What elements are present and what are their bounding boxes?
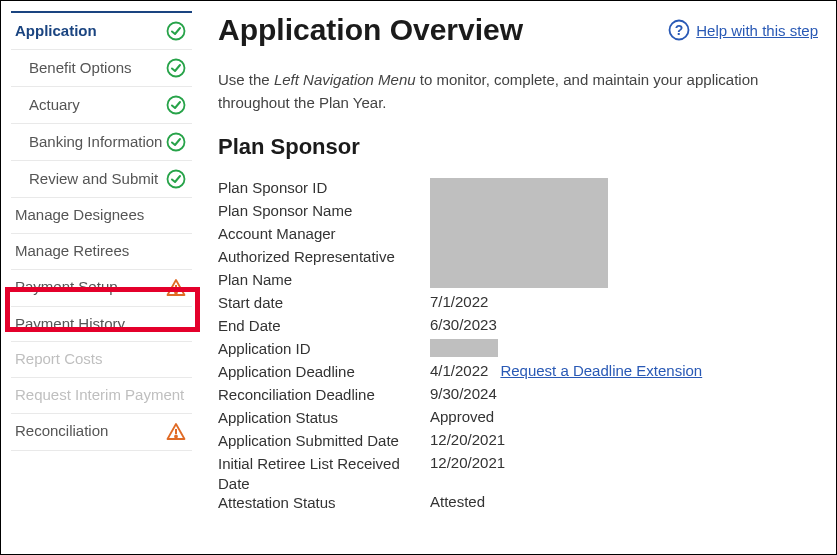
sidebar-item-label: Payment History — [15, 315, 186, 334]
plan-sponsor-fields: Plan Sponsor ID Plan Sponsor Name Accoun… — [218, 178, 818, 516]
sidebar-item-report-costs: Report Costs — [11, 342, 192, 378]
sidebar-item-application[interactable]: Application — [11, 11, 192, 50]
page-title: Application Overview — [218, 13, 523, 47]
sidebar-item-reconciliation[interactable]: Reconciliation — [11, 414, 192, 451]
sidebar-item-manage-designees[interactable]: Manage Designees — [11, 198, 192, 234]
svg-point-6 — [175, 291, 177, 293]
field-label: Reconciliation Deadline — [218, 385, 430, 405]
svg-point-0 — [168, 23, 185, 40]
field-label: End Date — [218, 316, 430, 336]
main-content: Application Overview ? Help with this st… — [192, 1, 836, 554]
svg-point-3 — [168, 134, 185, 151]
field-label: Application Deadline — [218, 362, 430, 382]
svg-point-1 — [168, 60, 185, 77]
left-navigation: Application Benefit Options Actuary Bank… — [1, 1, 192, 554]
field-value: Approved — [430, 408, 494, 425]
sidebar-item-label: Request Interim Payment — [15, 386, 186, 405]
field-label: Attestation Status — [218, 493, 430, 513]
sidebar-item-payment-setup[interactable]: Payment Setup — [11, 270, 192, 307]
field-label: Application ID — [218, 339, 430, 359]
help-icon: ? — [668, 19, 690, 41]
field-label: Account Manager — [218, 224, 430, 244]
sidebar-item-benefit-options[interactable]: Benefit Options — [11, 50, 192, 87]
sidebar-item-label: Review and Submit — [29, 170, 166, 189]
section-title: Plan Sponsor — [218, 134, 818, 160]
svg-point-8 — [175, 435, 177, 437]
field-value: 6/30/2023 — [430, 316, 497, 333]
sidebar-item-label: Payment Setup — [15, 278, 166, 297]
field-value: 4/1/2022 — [430, 362, 488, 379]
check-circle-icon — [166, 58, 186, 78]
sidebar-item-label: Manage Retirees — [15, 242, 186, 261]
field-label: Plan Sponsor ID — [218, 178, 430, 198]
sidebar-item-label: Reconciliation — [15, 422, 166, 441]
check-circle-icon — [166, 21, 186, 41]
sidebar-item-label: Benefit Options — [29, 59, 166, 78]
svg-point-4 — [168, 171, 185, 188]
warning-icon — [166, 422, 186, 442]
sidebar-item-label: Report Costs — [15, 350, 186, 369]
intro-text: Use the Left Navigation Menu to monitor,… — [218, 69, 818, 114]
check-circle-icon — [166, 132, 186, 152]
svg-point-2 — [168, 97, 185, 114]
sidebar-item-review-and-submit[interactable]: Review and Submit — [11, 161, 192, 198]
sidebar-item-label: Actuary — [29, 96, 166, 115]
sidebar-item-payment-history[interactable]: Payment History — [11, 307, 192, 343]
check-circle-icon — [166, 95, 186, 115]
sidebar-item-actuary[interactable]: Actuary — [11, 87, 192, 124]
field-value: 7/1/2022 — [430, 293, 488, 310]
redacted-block — [430, 339, 498, 357]
field-value: Attested — [430, 493, 485, 510]
request-deadline-extension-link[interactable]: Request a Deadline Extension — [500, 362, 702, 379]
field-label: Plan Name — [218, 270, 430, 290]
field-value: 12/20/2021 — [430, 454, 505, 471]
field-label: Application Status — [218, 408, 430, 428]
field-label: Start date — [218, 293, 430, 313]
field-label: Authorized Representative — [218, 247, 430, 267]
field-value: 9/30/2024 — [430, 385, 497, 402]
redacted-block — [430, 178, 608, 288]
help-with-this-step-link[interactable]: ? Help with this step — [668, 19, 818, 41]
field-value: 12/20/2021 — [430, 431, 505, 448]
sidebar-item-label: Manage Designees — [15, 206, 186, 225]
sidebar-item-label: Banking Information — [29, 133, 166, 152]
sidebar-item-label: Application — [15, 22, 166, 41]
sidebar-item-request-interim-payment: Request Interim Payment — [11, 378, 192, 414]
svg-text:?: ? — [675, 22, 684, 38]
sidebar-item-banking-information[interactable]: Banking Information — [11, 124, 192, 161]
warning-icon — [166, 278, 186, 298]
help-link-label: Help with this step — [696, 22, 818, 39]
sidebar-item-manage-retirees[interactable]: Manage Retirees — [11, 234, 192, 270]
field-label: Application Submitted Date — [218, 431, 430, 451]
check-circle-icon — [166, 169, 186, 189]
field-label: Plan Sponsor Name — [218, 201, 430, 221]
field-label: Initial Retiree List Received Date — [218, 454, 430, 493]
